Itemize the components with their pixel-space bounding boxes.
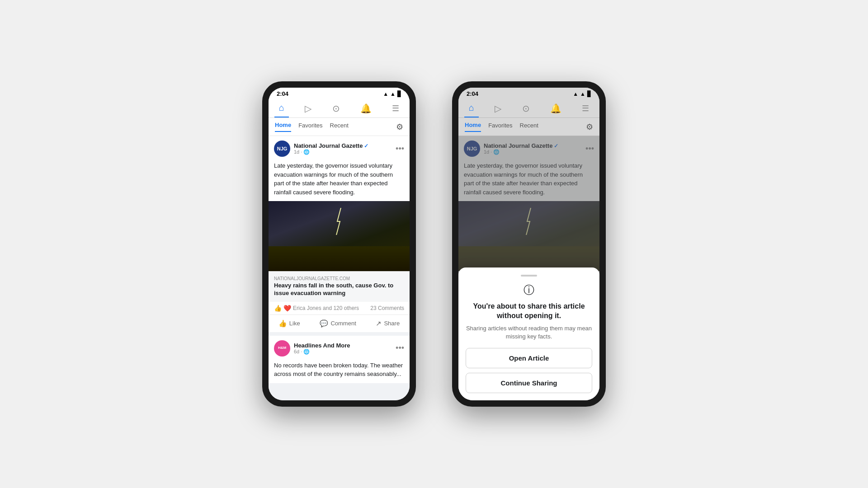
post-card-left: NJG National Journal Gazette ✓ 1d · 🌐 ••… bbox=[269, 136, 410, 332]
nav-groups-left[interactable]: ⊙ bbox=[328, 103, 344, 117]
bell-icon-right: 🔔 bbox=[550, 103, 561, 114]
menu-icon-left: ☰ bbox=[392, 103, 399, 113]
post-meta-2-left: Headlines And More 6d · 🌐 bbox=[294, 342, 396, 355]
time-left: 2:04 bbox=[277, 90, 288, 97]
modal-title: You're about to share this article witho… bbox=[466, 302, 592, 321]
home-icon-right: ⌂ bbox=[469, 103, 474, 113]
more-dots-2-left[interactable]: ••• bbox=[396, 343, 404, 353]
groups-icon-left: ⊙ bbox=[332, 103, 340, 114]
tab-recent-right[interactable]: Recent bbox=[520, 122, 538, 131]
wifi-icon: ▲ bbox=[390, 91, 396, 97]
like-action-left[interactable]: 👍 Like bbox=[273, 317, 306, 330]
more-dots-left[interactable]: ••• bbox=[396, 144, 404, 154]
filter-icon-left[interactable]: ⚙ bbox=[396, 122, 403, 132]
continue-sharing-button[interactable]: Continue Sharing bbox=[466, 373, 592, 393]
status-icons-left: ▲ ▲ ▊ bbox=[383, 91, 401, 97]
comment-action-left[interactable]: 💬 Comment bbox=[314, 317, 361, 330]
battery-icon: ▊ bbox=[397, 91, 401, 97]
tab-favorites-left[interactable]: Favorites bbox=[298, 122, 322, 131]
watch-icon-left: ▷ bbox=[305, 103, 311, 114]
fb-tabs-left: Home Favorites Recent ⚙ bbox=[269, 118, 410, 136]
fb-nav-left: ⌂ ▷ ⊙ 🔔 ☰ bbox=[269, 99, 410, 118]
post-time-2-left: 6d · 🌐 bbox=[294, 349, 396, 355]
comments-count-left: 23 Comments bbox=[370, 305, 404, 311]
reaction-count-left: Erica Jones and 120 others bbox=[293, 305, 359, 311]
nav-home-left[interactable]: ⌂ bbox=[274, 103, 289, 117]
nav-watch-right[interactable]: ▷ bbox=[490, 103, 506, 117]
link-preview-left: NATIONALJOURNALGAZETTE.COM Heavy rains f… bbox=[269, 271, 410, 302]
modal-sheet: ⓘ You're about to share this article wit… bbox=[458, 267, 599, 400]
post-time-left: 1d · 🌐 bbox=[294, 149, 396, 155]
post-header-left: NJG National Journal Gazette ✓ 1d · 🌐 ••… bbox=[269, 136, 410, 160]
fb-nav-right: ⌂ ▷ ⊙ 🔔 ☰ bbox=[458, 99, 599, 118]
post-card-2-left: H&M Headlines And More 6d · 🌐 ••• No rec… bbox=[269, 336, 410, 383]
link-source-left: NATIONALJOURNALGAZETTE.COM bbox=[274, 276, 404, 281]
nav-menu-left[interactable]: ☰ bbox=[387, 103, 404, 117]
modal-drag-handle bbox=[521, 275, 537, 277]
status-bar-left: 2:04 ▲ ▲ ▊ bbox=[269, 88, 410, 99]
signal-icon-right: ▲ bbox=[573, 91, 578, 97]
nav-groups-right[interactable]: ⊙ bbox=[518, 103, 534, 117]
tab-recent-left[interactable]: Recent bbox=[330, 122, 349, 131]
groups-icon-right: ⊙ bbox=[522, 103, 530, 114]
home-icon-left: ⌂ bbox=[279, 103, 284, 113]
like-emoji-left: 👍 bbox=[274, 305, 282, 312]
watch-icon-right: ▷ bbox=[495, 103, 501, 114]
feed-right: NJG National Journal Gazette ✓ 1d · 🌐 ••… bbox=[458, 136, 599, 400]
heart-emoji-left: ❤️ bbox=[283, 305, 291, 312]
wifi-icon-right: ▲ bbox=[580, 91, 585, 97]
reaction-emojis-left: 👍 ❤️ Erica Jones and 120 others bbox=[274, 305, 359, 312]
share-icon-left: ↗ bbox=[376, 319, 382, 328]
modal-info-icon: ⓘ bbox=[466, 283, 592, 297]
signal-icon: ▲ bbox=[383, 91, 388, 97]
post-text-left: Late yesterday, the governor issued volu… bbox=[269, 160, 410, 201]
modal-subtitle: Sharing articles without reading them ma… bbox=[466, 324, 592, 341]
battery-icon-right: ▊ bbox=[587, 91, 591, 97]
feed-left: NJG National Journal Gazette ✓ 1d · 🌐 ••… bbox=[269, 136, 410, 400]
nav-bell-right[interactable]: 🔔 bbox=[546, 103, 566, 117]
open-article-button[interactable]: Open Article bbox=[466, 348, 592, 368]
filter-icon-right[interactable]: ⚙ bbox=[586, 122, 593, 132]
nav-menu-right[interactable]: ☰ bbox=[577, 103, 594, 117]
verified-badge-left: ✓ bbox=[364, 143, 368, 149]
menu-icon-right: ☰ bbox=[582, 103, 589, 113]
post-text-2-left: No records have been broken today. The w… bbox=[269, 359, 410, 383]
status-bar-right: 2:04 ▲ ▲ ▊ bbox=[458, 88, 599, 99]
post-author-left: National Journal Gazette ✓ bbox=[294, 142, 396, 149]
link-title-left: Heavy rains fall in the south, cause Gov… bbox=[274, 282, 404, 297]
tab-favorites-right[interactable]: Favorites bbox=[488, 122, 512, 131]
time-right: 2:04 bbox=[467, 90, 478, 97]
phones-container: 2:04 ▲ ▲ ▊ ⌂ ▷ ⊙ 🔔 bbox=[262, 81, 606, 407]
storm-image-left bbox=[269, 201, 410, 271]
bell-icon-left: 🔔 bbox=[360, 103, 372, 114]
like-icon-left: 👍 bbox=[278, 319, 287, 328]
post-meta-left: National Journal Gazette ✓ 1d · 🌐 bbox=[294, 142, 396, 155]
post-header-2-left: H&M Headlines And More 6d · 🌐 ••• bbox=[269, 336, 410, 359]
comment-icon-left: 💬 bbox=[320, 319, 328, 328]
phone-right: 2:04 ▲ ▲ ▊ ⌂ ▷ ⊙ 🔔 bbox=[452, 81, 606, 407]
post-author-2-left: Headlines And More bbox=[294, 342, 396, 349]
tab-home-right[interactable]: Home bbox=[465, 122, 481, 132]
nav-home-right[interactable]: ⌂ bbox=[464, 103, 479, 117]
share-action-left[interactable]: ↗ Share bbox=[370, 317, 405, 330]
tab-home-left[interactable]: Home bbox=[275, 122, 291, 132]
modal-overlay bbox=[458, 136, 599, 283]
post-actions-left: 👍 Like 💬 Comment ↗ Share bbox=[269, 315, 410, 332]
status-icons-right: ▲ ▲ ▊ bbox=[573, 91, 591, 97]
nav-bell-left[interactable]: 🔔 bbox=[356, 103, 376, 117]
avatar-headlines-left: H&M bbox=[274, 340, 290, 357]
fb-tabs-right: Home Favorites Recent ⚙ bbox=[458, 118, 599, 136]
phone-left: 2:04 ▲ ▲ ▊ ⌂ ▷ ⊙ 🔔 bbox=[262, 81, 416, 407]
nav-watch-left[interactable]: ▷ bbox=[300, 103, 316, 117]
avatar-njg-left: NJG bbox=[274, 141, 290, 157]
post-reactions-left: 👍 ❤️ Erica Jones and 120 others 23 Comme… bbox=[269, 302, 410, 315]
